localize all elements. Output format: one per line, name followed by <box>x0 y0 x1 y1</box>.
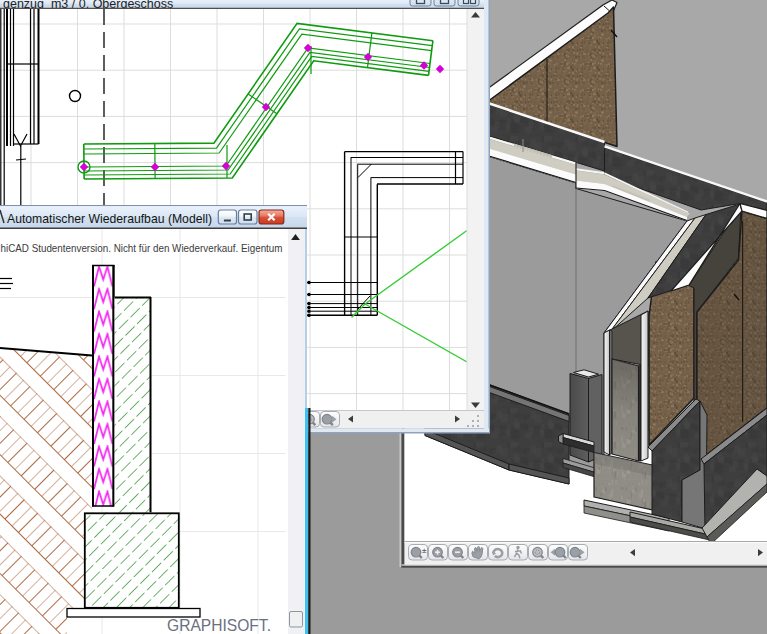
svg-text:±: ± <box>422 546 427 555</box>
svg-text:hiCAD Studentenversion. Nicht: hiCAD Studentenversion. Nicht für den Wi… <box>1 242 283 254</box>
svg-text:GRAPHISOFT.: GRAPHISOFT. <box>167 616 271 634</box>
svg-text:Automatischer Wiederaufbau (Mo: Automatischer Wiederaufbau (Modell) <box>7 211 212 226</box>
